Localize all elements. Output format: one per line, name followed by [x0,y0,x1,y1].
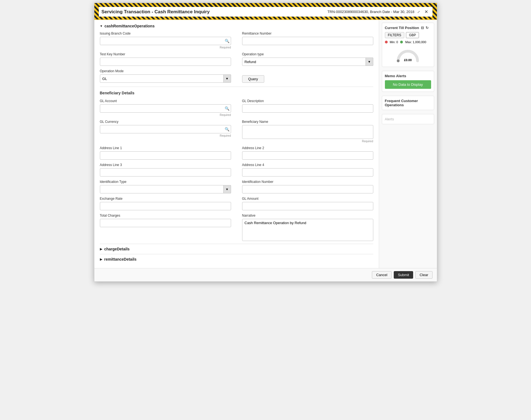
submit-button[interactable]: Submit [394,271,413,279]
min-legend-label: Min: 0 [390,40,398,44]
address-line-4-group: Address Line 4 [242,163,373,177]
address-line-2-input[interactable] [242,151,373,160]
collapse-chevron-down: ▼ [100,24,103,28]
gauge-container: £0.00 [385,45,431,64]
narrative-input[interactable]: Cash Remittance Operation by Refund [242,219,373,241]
memo-alerts-card: Memo Alerts No Data to Display [382,71,434,92]
max-legend-label: Max: 1,000,000 [405,40,426,44]
filter-icon[interactable]: ⊟ [421,26,424,30]
gauge: £0.00 [395,47,420,62]
currency-button[interactable]: GBP [406,32,419,38]
current-till-title: Current Till Position ⊟ ↻ [385,26,431,30]
operation-type-label: Operation type [242,52,373,56]
frequent-customer-card: Frequent Customer Operations [382,96,434,110]
cash-remittance-section-label: cashRemittanceOperations [104,24,154,28]
gl-account-search-icon[interactable]: 🔍 [225,106,229,111]
min-legend-dot [385,41,388,43]
operation-type-select[interactable]: Refund Payment [242,58,373,66]
address-line-4-input[interactable] [242,168,373,177]
refresh-icon[interactable]: ↻ [426,26,429,30]
gl-currency-group: GL Currency 🔍 Required [100,120,231,143]
clear-button[interactable]: Clear [415,271,432,279]
remittance-number-input[interactable] [242,37,373,45]
operation-mode-group: Operation Mode GL Account ▼ [100,69,231,83]
operation-type-select-wrap: Refund Payment ▼ [242,58,373,66]
close-button[interactable]: ✕ [423,9,430,15]
gl-account-required: Required [100,113,231,116]
query-button-group: Query [242,69,373,83]
operation-mode-label: Operation Mode [100,69,231,73]
charge-details-section[interactable]: ▶ chargeDetails [100,244,373,254]
issuing-branch-search-icon[interactable]: 🔍 [225,39,229,43]
gl-amount-input[interactable] [242,202,373,210]
transaction-id: TRN-0002308900034630, Branch Date - Mar … [327,10,414,14]
issuing-branch-code-input[interactable] [100,37,231,45]
gauge-legend: Min: 0 Max: 1,000,000 [385,40,431,44]
filter-buttons: FILTERS GBP [385,32,431,38]
frequent-customer-title: Frequent Customer Operations [385,99,431,107]
address-line-3-label: Address Line 3 [100,163,231,167]
exchange-rate-group: Exchange Rate [100,197,231,210]
memo-no-data: No Data to Display [385,80,431,89]
issuing-branch-code-input-wrap: 🔍 [100,37,231,45]
gauge-value: £0.00 [395,58,420,62]
alerts-card: Alerts [382,114,434,124]
address-line-2-group: Address Line 2 [242,146,373,160]
test-key-number-group: Test Key Number [100,52,231,66]
modal-meta: TRN-0002308900034630, Branch Date - Mar … [327,9,429,15]
modal-footer: Cancel Submit Clear [94,268,437,281]
total-charges-label: Total Charges [100,214,231,217]
remittance-number-group: Remittance Number [242,32,373,49]
cash-remittance-section-header[interactable]: ▼ cashRemittanceOperations [100,24,373,28]
address-line-1-group: Address Line 1 [100,146,231,160]
remittance-details-chevron: ▶ [100,258,102,261]
remittance-number-label: Remittance Number [242,32,373,35]
gl-account-group: GL Account 🔍 Required [100,99,231,116]
gl-account-input[interactable] [100,104,231,113]
issuing-branch-code-group: Issuing Branch Code 🔍 Required [100,32,231,49]
beneficiary-name-input[interactable] [242,125,373,139]
cancel-button[interactable]: Cancel [372,271,391,279]
identification-number-label: Identification Number [242,180,373,184]
address-line-2-label: Address Line 2 [242,146,373,150]
address-line-3-input[interactable] [100,168,231,177]
address-line-1-input[interactable] [100,151,231,160]
remittance-details-label: remittanceDetails [104,257,137,261]
gl-currency-input[interactable] [100,125,231,133]
gl-account-label: GL Account [100,99,231,103]
identification-type-select[interactable] [100,185,231,193]
gl-currency-search-icon[interactable]: 🔍 [225,127,229,131]
beneficiary-name-label: Beneficiary Name [242,120,373,124]
issuing-branch-code-label: Issuing Branch Code [100,32,231,35]
gl-currency-required: Required [100,134,231,137]
gl-currency-input-wrap: 🔍 [100,125,231,133]
address-line-1-label: Address Line 1 [100,146,231,150]
charge-details-label: chargeDetails [104,247,130,251]
filters-button[interactable]: FILTERS [385,32,404,38]
gl-description-input[interactable] [242,104,373,113]
memo-alerts-title: Memo Alerts [385,74,431,78]
test-key-number-label: Test Key Number [100,52,231,56]
identification-type-select-wrap: ▼ [100,185,231,193]
current-till-card: Current Till Position ⊟ ↻ FILTERS GBP Mi… [382,23,434,67]
operation-mode-select-wrap: GL Account ▼ [100,74,231,83]
gl-currency-label: GL Currency [100,120,231,124]
modal-title: Servicing Transaction - Cash Remittance … [102,9,210,15]
total-charges-group: Total Charges [100,214,231,241]
identification-number-input[interactable] [242,185,373,193]
exchange-rate-label: Exchange Rate [100,197,231,201]
gl-description-label: GL Description [242,99,373,103]
operation-type-group: Operation type Refund Payment ▼ [242,52,373,66]
identification-type-group: Identification Type ▼ [100,180,231,193]
beneficiary-name-required: Required [242,140,373,143]
total-charges-input[interactable] [100,219,231,227]
remittance-details-section[interactable]: ▶ remittanceDetails [100,254,373,264]
exchange-rate-input[interactable] [100,202,231,210]
query-button[interactable]: Query [242,75,264,83]
modal-body: ▼ cashRemittanceOperations Issuing Branc… [94,20,437,268]
cash-remittance-form: Issuing Branch Code 🔍 Required Remittanc… [100,32,373,83]
resize-icon[interactable]: ⤢ [417,10,420,14]
alerts-label: Alerts [385,117,431,121]
test-key-number-input[interactable] [100,58,231,66]
operation-mode-select[interactable]: GL Account [100,74,231,83]
